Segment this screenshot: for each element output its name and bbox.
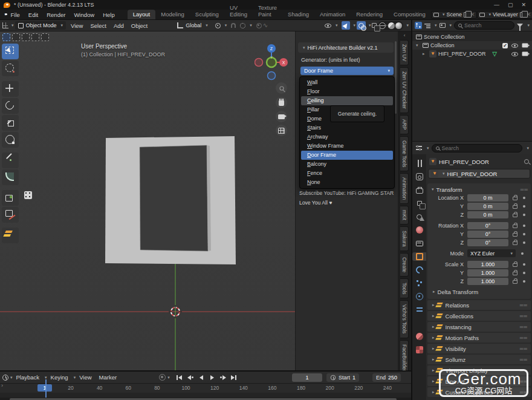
n-panel-tab[interactable]: Tools	[400, 278, 408, 299]
collapsed-panel[interactable]: ▸ Instancing ══	[427, 322, 531, 332]
n-panel-tab[interactable]: Zen UV	[400, 40, 408, 65]
outliner-row-collection[interactable]: ▾ Collection ✓	[412, 41, 532, 50]
snap-target-selector[interactable]: ▾	[237, 21, 255, 30]
proportional-editing-icon[interactable]	[256, 23, 262, 28]
gizmo-neg-z-axis[interactable]	[268, 72, 276, 80]
mode-selector[interactable]: Object Mode ▾	[15, 21, 66, 30]
view-menu[interactable]: View	[76, 374, 95, 381]
jump-to-start-button[interactable]	[175, 373, 184, 382]
falloff-curve-icon[interactable]: ∿	[263, 22, 268, 28]
region-expand-icon[interactable]: ›	[1, 382, 3, 389]
select-invert-icon[interactable]	[31, 33, 39, 41]
panel-drag-handle[interactable]: ══	[520, 335, 528, 341]
frame-start-field[interactable]: Start 1	[326, 373, 359, 382]
outliner-search[interactable]	[454, 21, 514, 30]
show-overlays-toggle[interactable]	[357, 21, 366, 30]
snap-toggle-icon[interactable]	[231, 23, 236, 28]
zoom-view-button[interactable]	[276, 82, 287, 94]
lock-icon[interactable]	[513, 197, 517, 200]
editor-type-properties-icon[interactable]	[415, 145, 423, 152]
viewport-menu-item[interactable]: Add	[110, 22, 128, 29]
scene-selector[interactable]: ▾ Scene ✕	[431, 11, 478, 19]
next-keyframe-button[interactable]	[218, 373, 228, 382]
dropdown-menu-item[interactable]: Floor	[301, 87, 393, 96]
select-subtract-icon[interactable]	[22, 33, 30, 41]
collapsed-panel[interactable]: ▸ Collections ══	[427, 311, 531, 321]
disable-render-icon[interactable]	[522, 51, 528, 56]
rendered-shading-icon[interactable]	[395, 22, 402, 29]
workspace-tab[interactable]: Rendering	[351, 10, 388, 19]
select-new-icon[interactable]	[2, 33, 10, 41]
gizmo-neg-x-axis[interactable]	[255, 59, 263, 67]
lock-icon[interactable]	[513, 263, 517, 267]
lock-icon[interactable]	[513, 272, 517, 275]
lock-icon[interactable]	[513, 241, 517, 245]
outliner-row-scene-collection[interactable]: Scene Collection	[412, 33, 532, 41]
generator-dropdown[interactable]: Door Frame ▾	[300, 67, 394, 75]
editor-type-timeline-icon[interactable]	[2, 375, 8, 381]
outliner-row-object[interactable]: ▸ ▼ HIFI_PREV_DOOR ▽	[412, 50, 532, 58]
lock-icon[interactable]	[513, 205, 517, 209]
collapsed-panel[interactable]: ▸ Visibility ══	[427, 344, 531, 353]
outliner-search-input[interactable]	[464, 22, 507, 28]
animate-dot-icon[interactable]	[523, 272, 525, 274]
xray-toggle-icon[interactable]	[372, 23, 377, 28]
workspace-tab[interactable]: UV Editing	[224, 3, 253, 19]
animate-dot-icon[interactable]	[523, 241, 525, 244]
value-field[interactable]: 1.000	[467, 261, 508, 268]
collapsed-panel[interactable]: ▸ Sollumz ══	[427, 355, 531, 364]
3d-viewport[interactable]: User Perspective (1) Collection | HIFI_P…	[0, 31, 411, 370]
n-panel-tab[interactable]: mKit	[400, 206, 408, 225]
value-field[interactable]: 0 m	[467, 194, 508, 202]
animate-dot-icon[interactable]	[523, 233, 525, 235]
animate-dot-icon[interactable]	[521, 252, 524, 255]
animate-dot-icon[interactable]	[523, 280, 525, 283]
camera-view-button[interactable]	[276, 111, 287, 122]
show-gizmo-toggle[interactable]	[342, 21, 350, 30]
collapsed-panel[interactable]: ▸ Motion Paths ══	[427, 333, 531, 343]
n-panel-tab[interactable]: Zen UV Checker	[400, 67, 408, 113]
timeline-scrollbar[interactable]	[0, 398, 411, 400]
dropdown-menu-item[interactable]: Ceiling	[301, 96, 393, 105]
viewport-menu-item[interactable]: Select	[86, 22, 109, 29]
wireframe-shading-icon[interactable]	[379, 22, 386, 29]
display-mode-icon[interactable]	[424, 23, 430, 28]
auto-keying-record-icon[interactable]	[159, 374, 166, 381]
filter-id-type-icon[interactable]	[440, 23, 446, 28]
delta-transform-header[interactable]: ▸ Delta Transform	[430, 287, 528, 296]
n-panel-scrollbar[interactable]	[395, 41, 397, 114]
material-preview-shading-icon[interactable]	[388, 22, 395, 29]
object-name-field[interactable]: ▼ ▾ HIFI_PREV_DOOR	[428, 169, 530, 179]
value-field[interactable]: 1.000	[467, 278, 508, 285]
value-field[interactable]: 0°	[467, 222, 508, 229]
topbar-menu-item[interactable]: Help	[99, 11, 119, 18]
properties-search[interactable]	[432, 144, 523, 152]
n-panel-tab[interactable]: FaceBuilder	[400, 340, 408, 370]
value-field[interactable]: 0°	[467, 231, 508, 238]
properties-search-input[interactable]	[442, 145, 484, 151]
new-scene-icon[interactable]	[464, 12, 469, 18]
object-visibility-selector[interactable]: ▾	[322, 21, 341, 30]
topbar-menu-item[interactable]: File	[7, 11, 24, 18]
current-frame-field[interactable]: 1	[292, 373, 322, 382]
lock-icon[interactable]	[513, 214, 517, 217]
panel-drag-handle[interactable]: ══	[520, 324, 528, 330]
dropdown-menu-item[interactable]: Fence	[301, 169, 393, 178]
expand-icon[interactable]: ▾	[416, 43, 421, 48]
panel-drag-handle[interactable]: ══	[520, 303, 528, 308]
current-frame-badge[interactable]: 1	[37, 384, 52, 392]
marker-menu[interactable]: Marker	[96, 374, 121, 381]
navigation-gizmo[interactable]: Z X Y	[255, 42, 288, 82]
editor-type-outliner-icon[interactable]	[415, 22, 422, 29]
view-layer-selector[interactable]: ▾ ViewLayer ✕	[477, 11, 532, 19]
lock-icon[interactable]	[513, 280, 517, 284]
panel-drag-handle[interactable]: ══	[520, 313, 528, 319]
value-field[interactable]: 0 m	[467, 211, 508, 218]
dropdown-menu-item[interactable]: Window Frame	[301, 142, 393, 151]
value-field[interactable]: 0 m	[467, 203, 508, 210]
disable-render-icon[interactable]	[522, 43, 528, 47]
timeline-track-area[interactable]	[0, 393, 411, 398]
maximize-button[interactable]: ▢	[508, 2, 513, 8]
expand-icon[interactable]: ▸	[423, 51, 427, 56]
viewport-menu-item[interactable]: Object	[128, 22, 151, 29]
